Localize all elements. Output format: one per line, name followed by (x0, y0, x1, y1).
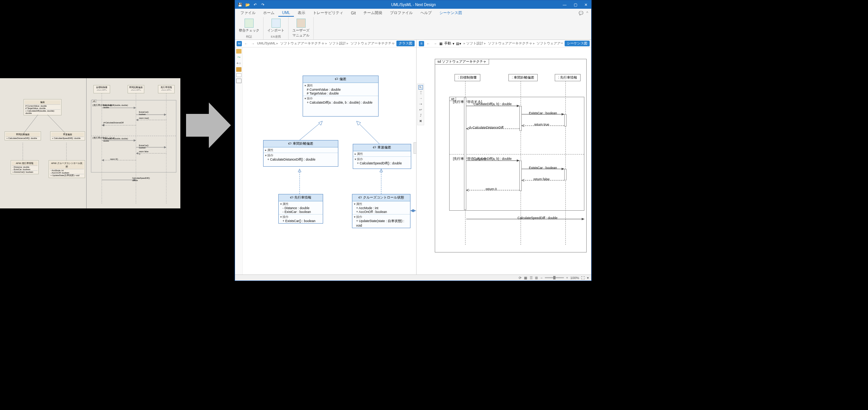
class-diagram-canvas[interactable]: 🏷 偏差 ▾ 属性 # CurrentValue : double # Targ… (243, 47, 416, 274)
svg-marker-31 (357, 121, 361, 125)
thumb-class-diagram: 偏差 # CurrentValue: double # TargetValue:… (0, 78, 87, 208)
activation-1 (464, 98, 466, 210)
tool-add[interactable]: +○ (236, 61, 241, 66)
zoom-slider[interactable] (545, 277, 564, 278)
source-thumbnail: 偏差 # CurrentValue: double # TargetValue:… (0, 78, 180, 208)
svg-marker-27 (186, 102, 231, 148)
status-icon2[interactable]: ▦ (524, 276, 527, 280)
menu-git[interactable]: Git (347, 10, 360, 16)
lifeline-head-target[interactable]: : 目標制御量 (455, 74, 480, 81)
collapse-ribbon-icon[interactable]: ^ (585, 11, 590, 15)
menu-home[interactable]: ホーム (259, 9, 278, 17)
activation-2b (519, 161, 522, 191)
tool-return-msg[interactable]: ⇢ (418, 102, 423, 107)
check-button[interactable]: 整合チェック (238, 18, 260, 34)
chevron-down-icon[interactable]: ▾ (453, 42, 455, 46)
tool-page[interactable] (236, 73, 241, 77)
menu-team[interactable]: チーム開発 (360, 9, 386, 17)
activation-3b (564, 169, 567, 180)
open-icon[interactable]: 📂 (245, 2, 250, 7)
msg-calc1: CalculateDiff(a, b) : double (473, 102, 511, 106)
class-distance-deviation[interactable]: 🏷 車間距離偏差 ▸ 属性 ▾ 操作 + CalculateDistanceDi… (263, 140, 338, 167)
nav-back-r[interactable]: ← (426, 42, 431, 46)
manual-button[interactable]: ユーザーズ マニュアル (292, 18, 310, 39)
layout-icon[interactable]: ▦ (439, 42, 443, 46)
menu-trace[interactable]: トレーサビリティ (309, 9, 347, 17)
menu-profile[interactable]: プロファイル (386, 9, 417, 17)
svg-marker-22 (136, 152, 138, 155)
svg-marker-14 (136, 119, 138, 121)
maximize-button[interactable]: ▢ (570, 0, 581, 9)
class-leadcar-info[interactable]: 🏷 先行車情報 ▾ 属性 - Distance : double - Exist… (278, 194, 323, 224)
tool-folder2[interactable] (236, 67, 241, 72)
class-diagram-pane: M ← → UML/SysML▸ ソフトウェアアーキテクチャ▸ ソフト設計▸ ソ… (235, 40, 417, 274)
seq-toolstrip: ↖ ⌶ → ⇢ ↩ ⤴ ✖ (417, 84, 424, 125)
minimize-button[interactable]: — (559, 0, 570, 9)
content-area: M ← → UML/SysML▸ ソフトウェアアーキテクチャ▸ ソフト設計▸ ソ… (235, 40, 591, 274)
menu-file[interactable]: ファイル (237, 9, 259, 17)
alt-divider (450, 154, 584, 155)
more-icon[interactable]: ▾ (587, 276, 589, 280)
menu-sequence[interactable]: シーケンス図 (436, 9, 466, 17)
class-speed-deviation[interactable]: 🏷 車速偏差 ▸ 属性 ▾ 操作 + CalculateSpeedDiff() … (353, 144, 411, 169)
msg-calc2: CalculateDiff(a, b) : double (473, 157, 511, 161)
msg-rtrue: return true (534, 123, 549, 126)
save-icon[interactable]: 💾 (237, 2, 243, 7)
activation-3a (564, 114, 567, 126)
layout-mode[interactable]: 手動 (444, 41, 451, 46)
tool-delete[interactable]: ✖ (418, 119, 423, 124)
nav-fwd-r[interactable]: → (432, 42, 438, 46)
status-icon[interactable]: ⟳ (519, 276, 522, 280)
tool-folder[interactable] (236, 49, 241, 54)
tool-pointer[interactable]: ↖ (418, 85, 423, 90)
activation-2a (519, 106, 522, 131)
msg-exists2: ExistsCar : boolean (529, 166, 557, 170)
msg-r0: return 0 (486, 187, 497, 191)
nav-back[interactable]: ← (243, 42, 249, 46)
tool-async-msg[interactable]: ↩ (418, 108, 423, 112)
tool-link[interactable]: ⤳ (236, 55, 241, 60)
nav-fwd[interactable]: → (250, 42, 256, 46)
breadcrumb-right[interactable]: ▸ソフト設計▸ ソフトウェアアーキテクチャ▸ ソフトウェアアーキテクチャ (463, 41, 563, 46)
sd-frame-label: sd ソフトウェアアーキテクチャ (435, 59, 489, 65)
tool-self-msg[interactable]: ⤴ (418, 114, 423, 118)
redo-icon[interactable]: ↷ (260, 2, 265, 7)
thumb-sequence-diagram: 目標制御量«from:APP» 車間距離偏差«from:APP» 先行車情報«f… (87, 78, 180, 208)
book-icon (297, 19, 306, 28)
svg-line-30 (357, 121, 379, 144)
lifeline-head-distance[interactable]: : 車間距離偏差 (508, 74, 538, 81)
class-toolstrip: ⤳ +○ (235, 47, 243, 274)
comment-icon[interactable]: 💬 (577, 11, 585, 15)
alt-frame[interactable]: alt (449, 97, 584, 211)
lifeline-head-leadcar[interactable]: : 先行車情報 (555, 74, 581, 81)
check-icon (245, 19, 254, 28)
zoom-fit-icon[interactable]: ⛶ (581, 276, 585, 280)
layout-compact-icon[interactable]: ▤▾ (456, 42, 461, 46)
tool-lifeline[interactable]: ⌶ (418, 91, 423, 95)
zoom-in[interactable]: + (566, 276, 568, 280)
menu-help[interactable]: ヘルプ (417, 9, 436, 17)
import-icon (271, 19, 281, 28)
class-icon: 🏷 (290, 196, 295, 199)
breadcrumb-left[interactable]: UML/SysML▸ ソフトウェアアーキテクチャ▸ ソフト設計▸ ソフトウェアア… (257, 41, 395, 46)
menu-uml[interactable]: UML (278, 9, 294, 17)
msg-speed: CalculateSpeedDiff : double (518, 216, 557, 220)
tool-rect[interactable] (236, 79, 241, 83)
svg-marker-33 (298, 169, 301, 172)
ribbon: 整合チェック 検証 インポート EA連携 ユーザーズ マニュアル ヘルプ (235, 17, 591, 40)
zoom-out[interactable]: − (540, 276, 542, 280)
close-button[interactable]: ✕ (581, 0, 591, 9)
zoom-value: 100% (570, 276, 579, 280)
sequence-diagram-canvas[interactable]: sd ソフトウェアアーキテクチャ : 目標制御量 : 車間距離偏差 : 先行車情… (417, 47, 591, 274)
menubar: ファイル ホーム UML 表示 トレーサビリティ Git チーム開発 プロファイ… (235, 9, 591, 17)
splitter-handle[interactable] (413, 142, 417, 154)
msg-ddiff: d=CalculateDistanceDiff (469, 126, 503, 129)
import-button[interactable]: インポート (267, 18, 285, 34)
undo-icon[interactable]: ↶ (253, 2, 258, 7)
tool-sync-msg[interactable]: → (418, 96, 423, 101)
menu-view[interactable]: 表示 (294, 9, 309, 17)
status-grid-icon[interactable]: ⊞ (535, 276, 538, 280)
status-icon3[interactable]: ☰ (530, 276, 533, 280)
class-deviation[interactable]: 🏷 偏差 ▾ 属性 # CurrentValue : double # Targ… (303, 76, 379, 117)
class-cruise-state[interactable]: 🏷 クルーズコントロール状態 ▾ 属性 + AccMode : int + Ac… (352, 194, 410, 228)
